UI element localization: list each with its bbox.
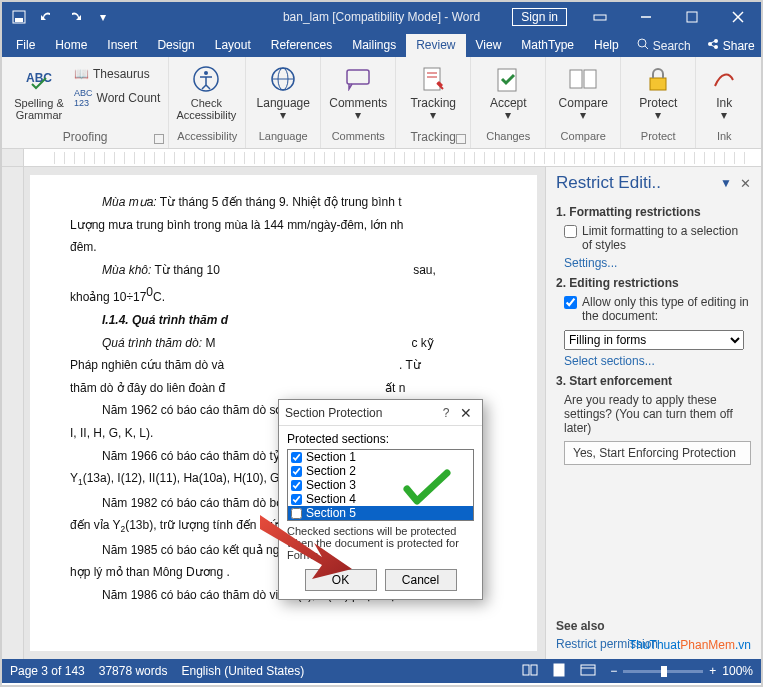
ok-button[interactable]: OK xyxy=(305,569,377,591)
tab-mathtype[interactable]: MathType xyxy=(511,34,584,57)
save-icon[interactable] xyxy=(8,6,30,28)
zoom-slider[interactable] xyxy=(623,670,703,673)
web-layout-icon[interactable] xyxy=(580,664,596,679)
accessibility-icon xyxy=(190,63,222,95)
dialog-launcher-icon[interactable] xyxy=(154,134,164,144)
share-button[interactable]: Share xyxy=(699,34,763,57)
tab-insert[interactable]: Insert xyxy=(97,34,147,57)
sections-listbox[interactable]: Section 1 Section 2 Section 3 Section 4 … xyxy=(287,449,474,521)
check-accessibility-button[interactable]: Check Accessibility xyxy=(177,61,235,121)
svg-rect-30 xyxy=(554,664,564,676)
ink-button[interactable]: Ink▾ xyxy=(704,61,744,121)
restrict-editing-pane: Restrict Editi.. ▼ ✕ 1. Formatting restr… xyxy=(545,167,761,659)
limit-formatting-checkbox[interactable]: Limit formatting to a selection of style… xyxy=(564,224,751,252)
word-count-indicator[interactable]: 37878 words xyxy=(99,664,168,678)
tab-references[interactable]: References xyxy=(261,34,342,57)
close-icon[interactable]: ✕ xyxy=(456,405,476,421)
checkbox[interactable] xyxy=(564,225,577,238)
language-icon xyxy=(267,63,299,95)
tab-home[interactable]: Home xyxy=(45,34,97,57)
window-title: ban_lam [Compatibility Mode] - Word xyxy=(283,10,480,24)
redo-icon[interactable] xyxy=(64,6,86,28)
dialog-launcher-icon[interactable] xyxy=(456,134,466,144)
horizontal-ruler[interactable] xyxy=(2,149,761,167)
chevron-down-icon: ▾ xyxy=(580,108,586,122)
group-label: Tracking xyxy=(410,130,456,144)
tab-help[interactable]: Help xyxy=(584,34,629,57)
cancel-button[interactable]: Cancel xyxy=(385,569,457,591)
list-item[interactable]: Section 1 xyxy=(288,450,473,464)
zoom-out-icon[interactable]: − xyxy=(610,664,617,678)
select-sections-link[interactable]: Select sections... xyxy=(564,354,751,368)
section-checkbox[interactable] xyxy=(291,452,302,463)
group-proofing: ABC Spelling & Grammar 📖Thesaurus ABC123… xyxy=(2,57,169,148)
tab-mailings[interactable]: Mailings xyxy=(342,34,406,57)
section-checkbox[interactable] xyxy=(291,466,302,477)
page-indicator[interactable]: Page 3 of 143 xyxy=(10,664,85,678)
print-layout-icon[interactable] xyxy=(552,663,566,680)
tracking-button[interactable]: Tracking▾ xyxy=(404,61,462,121)
svg-rect-21 xyxy=(424,68,440,90)
maximize-icon[interactable] xyxy=(669,2,715,32)
editing-type-select[interactable]: Filling in forms xyxy=(564,330,744,350)
ribbon-options-icon[interactable] xyxy=(577,2,623,32)
list-item[interactable]: Section 5 xyxy=(288,506,473,520)
pane-options-icon[interactable]: ▼ xyxy=(720,176,732,190)
section-label: Section 2 xyxy=(306,464,356,478)
tab-view[interactable]: View xyxy=(466,34,512,57)
allow-editing-checkbox[interactable]: Allow only this type of editing in the d… xyxy=(564,295,751,323)
group-label: Accessibility xyxy=(177,130,237,146)
minimize-icon[interactable] xyxy=(623,2,669,32)
chevron-down-icon: ▾ xyxy=(505,108,511,122)
svg-rect-26 xyxy=(584,70,596,88)
list-item[interactable]: Section 4 xyxy=(288,492,473,506)
group-compare: Compare▾ Compare xyxy=(546,57,621,148)
section-label: Section 5 xyxy=(306,506,356,520)
group-label: Compare xyxy=(554,130,612,146)
close-icon[interactable] xyxy=(715,2,761,32)
section-checkbox[interactable] xyxy=(291,508,302,519)
zoom-in-icon[interactable]: + xyxy=(709,664,716,678)
chevron-down-icon: ▾ xyxy=(721,108,727,122)
word-count-button[interactable]: ABC123Word Count xyxy=(74,87,160,109)
group-label: Ink xyxy=(704,130,744,146)
thesaurus-button[interactable]: 📖Thesaurus xyxy=(74,63,160,85)
compare-button[interactable]: Compare▾ xyxy=(554,61,612,121)
tab-file[interactable]: File xyxy=(6,34,45,57)
chevron-down-icon: ▾ xyxy=(355,108,361,122)
language-indicator[interactable]: English (United States) xyxy=(181,664,304,678)
language-button[interactable]: Language▾ xyxy=(254,61,312,121)
start-enforcing-button[interactable]: Yes, Start Enforcing Protection xyxy=(564,441,751,465)
accept-button[interactable]: Accept▾ xyxy=(479,61,537,121)
vertical-ruler[interactable] xyxy=(2,167,24,659)
spelling-grammar-button[interactable]: ABC Spelling & Grammar xyxy=(10,61,68,121)
sign-in-button[interactable]: Sign in xyxy=(512,8,567,26)
zoom-level[interactable]: 100% xyxy=(722,664,753,678)
help-icon[interactable]: ? xyxy=(436,406,456,420)
svg-rect-20 xyxy=(347,70,369,84)
list-item[interactable]: Section 2 xyxy=(288,464,473,478)
group-changes: Accept▾ Changes xyxy=(471,57,546,148)
dialog-hint: Checked sections will be protected when … xyxy=(287,525,474,561)
read-mode-icon[interactable] xyxy=(522,664,538,679)
ink-icon xyxy=(708,63,740,95)
share-label: Share xyxy=(723,39,755,53)
protect-button[interactable]: Protect▾ xyxy=(629,61,687,121)
list-item[interactable]: Section 3 xyxy=(288,478,473,492)
checkbox[interactable] xyxy=(564,296,577,309)
group-comments: Comments▾ Comments xyxy=(321,57,396,148)
tell-me-search[interactable]: Search xyxy=(629,34,699,57)
tab-review[interactable]: Review xyxy=(406,34,465,57)
close-icon[interactable]: ✕ xyxy=(740,176,751,191)
qat-customize-icon[interactable]: ▾ xyxy=(92,6,114,28)
undo-icon[interactable] xyxy=(36,6,58,28)
accept-icon xyxy=(492,63,524,95)
group-label: Language xyxy=(254,130,312,146)
tab-layout[interactable]: Layout xyxy=(205,34,261,57)
comments-button[interactable]: Comments▾ xyxy=(329,61,387,121)
section-checkbox[interactable] xyxy=(291,494,302,505)
section-checkbox[interactable] xyxy=(291,480,302,491)
group-label: Protect xyxy=(629,130,687,146)
settings-link[interactable]: Settings... xyxy=(564,256,751,270)
tab-design[interactable]: Design xyxy=(147,34,204,57)
